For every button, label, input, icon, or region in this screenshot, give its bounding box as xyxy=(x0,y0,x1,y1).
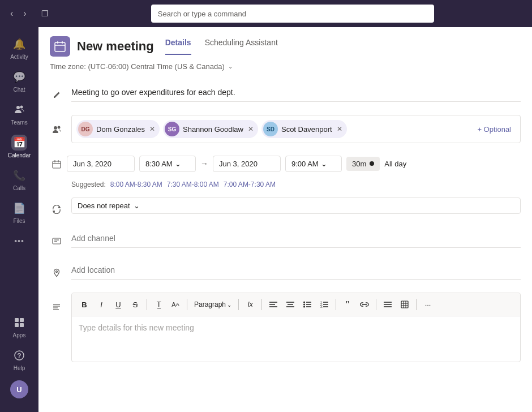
duration-dot xyxy=(370,161,374,166)
sidebar-item-help[interactable]: ? Help xyxy=(0,343,38,376)
channel-container xyxy=(71,229,521,248)
title-row xyxy=(50,79,521,110)
content-area: New meeting Details Scheduling Assistant… xyxy=(38,27,532,412)
title-input[interactable] xyxy=(71,83,521,102)
end-time-select[interactable]: 9:00 AM ⌄ xyxy=(285,156,342,172)
end-time-chevron: ⌄ xyxy=(321,160,327,168)
duration-badge: 30m xyxy=(346,157,380,171)
attendee-chip-scot: SD Scot Davenport ✕ xyxy=(261,120,347,138)
rte-divider-3 xyxy=(238,299,239,310)
back-button[interactable]: ‹ xyxy=(7,6,16,21)
avatar-shannon: SG xyxy=(165,122,179,136)
rte-italic[interactable]: I xyxy=(93,297,109,312)
channel-input[interactable] xyxy=(71,229,521,248)
suggestion-2[interactable]: 7:30 AM-8:00 AM xyxy=(167,181,219,188)
repeat-container: Does not repeat ⌄ xyxy=(71,198,521,214)
attendee-chip-shannon: SG Shannon Goodlaw ✕ xyxy=(163,120,258,138)
time-arrow: → xyxy=(200,159,208,168)
apps-icon xyxy=(11,315,27,331)
paragraph-chevron: ⌄ xyxy=(227,302,231,308)
sidebar-label-chat: Chat xyxy=(13,87,25,93)
search-bar[interactable]: Search or type a command xyxy=(151,5,434,23)
sidebar-item-user[interactable]: U xyxy=(0,376,38,403)
timezone-label: Time zone: (UTC-06:00) Central Time (US … xyxy=(50,62,225,71)
rte-font-color[interactable]: T̲ xyxy=(151,297,166,312)
rte-more[interactable]: ··· xyxy=(420,297,436,312)
rte-link[interactable] xyxy=(357,297,372,312)
svg-point-32 xyxy=(303,302,305,303)
sidebar-item-calendar[interactable]: 📅 Calendar xyxy=(0,130,38,163)
remove-dom[interactable]: ✕ xyxy=(149,125,155,133)
sidebar-item-teams[interactable]: Teams xyxy=(0,97,38,130)
rte-bullets[interactable] xyxy=(299,297,315,312)
title-field-container xyxy=(71,83,521,102)
channel-row xyxy=(50,225,521,256)
rte-paragraph-indent[interactable] xyxy=(380,297,396,312)
popout-button[interactable]: ❐ xyxy=(37,7,53,20)
activity-icon: 🔔 xyxy=(11,36,27,52)
forward-button[interactable]: › xyxy=(20,6,29,21)
svg-point-13 xyxy=(58,126,61,129)
rte-underline[interactable]: U xyxy=(110,297,126,312)
meeting-icon xyxy=(50,36,70,57)
repeat-select[interactable]: Does not repeat ⌄ xyxy=(71,198,521,214)
suggestion-3[interactable]: 7:00 AM-7:30 AM xyxy=(224,181,276,188)
remove-shannon[interactable]: ✕ xyxy=(248,125,254,133)
rte-divider-5 xyxy=(336,299,336,310)
location-input[interactable] xyxy=(71,261,521,280)
timezone-selector[interactable]: Time zone: (UTC-06:00) Central Time (US … xyxy=(50,57,521,79)
rte-icon xyxy=(50,296,63,317)
start-date-input[interactable]: Jun 3, 2020 xyxy=(67,156,135,172)
rte-body[interactable]: Type details for this new meeting xyxy=(72,316,520,362)
rte-paragraph[interactable]: Paragraph ⌄ xyxy=(191,299,235,310)
form-body: Time zone: (UTC-06:00) Central Time (US … xyxy=(38,57,532,412)
sidebar-item-activity[interactable]: 🔔 Activity xyxy=(0,32,38,65)
help-icon: ? xyxy=(11,347,27,363)
tab-details[interactable]: Details xyxy=(165,38,191,55)
svg-rect-14 xyxy=(53,161,61,168)
tab-scheduling[interactable]: Scheduling Assistant xyxy=(205,38,278,55)
sidebar-item-files[interactable]: 📄 Files xyxy=(0,196,38,229)
rte-clear-format[interactable]: Ix xyxy=(242,297,258,312)
suggestions-label: Suggested: xyxy=(71,181,106,188)
sidebar-item-chat[interactable]: 💬 Chat xyxy=(0,65,38,97)
sidebar-item-calls[interactable]: 📞 Calls xyxy=(0,163,38,196)
sidebar-label-calls: Calls xyxy=(13,185,25,191)
suggestion-1[interactable]: 8:00 AM-8:30 AM xyxy=(110,181,162,188)
sidebar-item-apps[interactable]: Apps xyxy=(0,310,38,343)
start-time-select[interactable]: 8:30 AM ⌄ xyxy=(139,156,196,172)
attendees-container: DG Dom Gonzales ✕ SG Shannon Goodlaw ✕ xyxy=(71,115,521,143)
end-date-input[interactable]: Jun 3, 2020 xyxy=(213,156,281,172)
rte-bold[interactable]: B xyxy=(76,297,92,312)
optional-button[interactable]: + Optional xyxy=(473,123,516,136)
attendees-row: DG Dom Gonzales ✕ SG Shannon Goodlaw ✕ xyxy=(50,110,521,148)
repeat-icon xyxy=(50,199,63,220)
svg-point-21 xyxy=(56,271,58,273)
attendees-box[interactable]: DG Dom Gonzales ✕ SG Shannon Goodlaw ✕ xyxy=(71,115,521,143)
rte-divider-2 xyxy=(187,299,187,310)
main-layout: 🔔 Activity 💬 Chat Teams 📅 Calendar 📞 xyxy=(0,27,532,412)
rte-font-size[interactable]: AA xyxy=(168,297,183,312)
rte-toolbar: B I U S T̲ AA xyxy=(72,293,520,316)
more-icon: ••• xyxy=(11,233,27,249)
svg-rect-4 xyxy=(15,323,19,327)
sidebar-item-more[interactable]: ••• xyxy=(0,229,38,254)
user-avatar: U xyxy=(10,380,28,398)
rte-strikethrough[interactable]: S xyxy=(127,297,143,312)
attendee-name-dom: Dom Gonzales xyxy=(96,125,145,134)
remove-scot[interactable]: ✕ xyxy=(337,125,342,133)
avatar-scot: SD xyxy=(263,122,278,136)
avatar-dom: DG xyxy=(78,122,93,136)
pencil-icon xyxy=(50,84,63,106)
rte-align-center[interactable] xyxy=(282,297,298,312)
svg-point-1 xyxy=(20,106,23,109)
rte-align-left[interactable] xyxy=(265,297,281,312)
rte-table[interactable] xyxy=(397,297,413,312)
rte-quote[interactable]: " xyxy=(340,297,355,312)
rte-divider-6 xyxy=(376,299,376,310)
svg-point-12 xyxy=(54,126,57,130)
repeat-chevron: ⌄ xyxy=(134,201,140,210)
teams-icon xyxy=(11,102,27,118)
rte-numbered[interactable]: 1.2.3. xyxy=(316,297,332,312)
rte-container-wrap: B I U S T̲ AA xyxy=(71,293,521,362)
